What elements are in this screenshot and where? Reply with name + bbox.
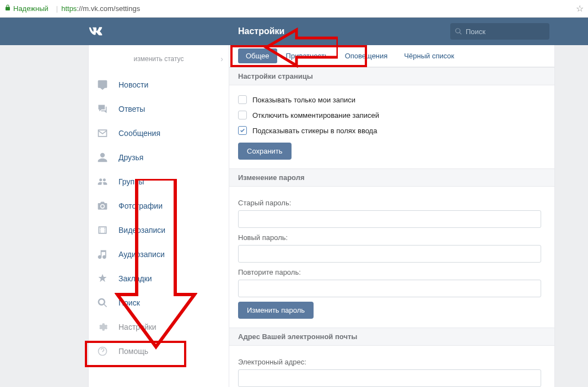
checkbox-label: Показывать только мои записи xyxy=(252,96,355,104)
section-email-body: Электронный адрес: Сохранить адрес xyxy=(229,346,554,387)
sidebar-item-label: Друзья xyxy=(118,153,143,162)
sidebar-item-label: Новости xyxy=(118,80,148,89)
sidebar-item-label: Поиск xyxy=(118,298,140,307)
old-password-label: Старый пароль: xyxy=(238,199,546,207)
left-spacer xyxy=(0,45,88,387)
header-search[interactable]: Поиск xyxy=(450,23,549,40)
tab-label: Приватность xyxy=(286,52,328,60)
vk-logo-icon[interactable] xyxy=(88,26,105,37)
content-area: изменить статус › Новости Ответы Сообщен… xyxy=(0,45,588,387)
save-page-button[interactable]: Сохранить xyxy=(238,143,292,160)
sidebar-item-help[interactable]: Помощь xyxy=(89,339,229,363)
chevron-right-icon: › xyxy=(220,54,223,63)
sidebar-item-news[interactable]: Новости xyxy=(89,73,229,97)
checkbox-row-disable-comments[interactable]: Отключить комментирование записей xyxy=(238,107,546,123)
checkbox-row-stickers[interactable]: Подсказывать стикеры в полях ввода xyxy=(238,123,546,138)
sidebar-item-bookmarks[interactable]: Закладки xyxy=(89,266,229,291)
sidebar-item-groups[interactable]: Группы xyxy=(89,170,229,194)
sidebar-item-label: Помощь xyxy=(118,347,148,356)
sidebar-item-friends[interactable]: Друзья xyxy=(89,145,229,170)
groups-icon xyxy=(96,176,109,188)
tab-blacklist[interactable]: Чёрный список xyxy=(396,48,462,63)
messages-icon xyxy=(96,127,109,139)
photos-icon xyxy=(96,200,109,212)
section-page-body: Показывать только мои записи Отключить к… xyxy=(229,85,554,168)
tab-label: Общее xyxy=(246,52,269,60)
checkbox-icon[interactable] xyxy=(238,126,247,135)
sidebar-item-label: Группы xyxy=(118,177,144,186)
checkbox-label: Подсказывать стикеры в полях ввода xyxy=(252,127,377,135)
repeat-password-input[interactable] xyxy=(238,280,541,297)
new-password-label: Новый пароль: xyxy=(238,233,546,242)
videos-icon xyxy=(96,224,109,236)
browser-bar: Надежный | https://m.vk.com/settings ☆ xyxy=(0,0,588,18)
lock-icon xyxy=(4,4,11,13)
right-spacer xyxy=(555,45,588,387)
new-password-input[interactable] xyxy=(238,245,541,263)
url-bar[interactable]: https://m.vk.com/settings xyxy=(61,4,140,13)
section-email-header: Адрес Вашей электронной почты xyxy=(229,328,554,346)
tab-general[interactable]: Общее xyxy=(238,48,277,63)
url-rest: ://m.vk.com/settings xyxy=(77,4,140,13)
checkbox-label: Отключить комментирование записей xyxy=(252,111,379,119)
sidebar-item-label: Фотографии xyxy=(118,201,163,210)
sidebar-item-label: Настройки xyxy=(118,323,157,331)
vk-header: Настройки Поиск xyxy=(0,18,588,45)
checkbox-icon[interactable] xyxy=(238,111,247,119)
section-password-body: Старый пароль: Новый пароль: Повторите п… xyxy=(229,187,554,328)
email-input[interactable] xyxy=(238,369,541,387)
section-page-header: Настройки страницы xyxy=(229,67,554,85)
secure-label: Надежный xyxy=(13,4,48,13)
change-password-button[interactable]: Изменить пароль xyxy=(238,302,314,319)
sidebar: изменить статус › Новости Ответы Сообщен… xyxy=(88,45,229,387)
audio-icon xyxy=(96,248,109,260)
page-title: Настройки xyxy=(238,26,284,36)
search-nav-icon xyxy=(96,297,109,309)
sidebar-item-search[interactable]: Поиск xyxy=(89,291,229,315)
sidebar-item-messages[interactable]: Сообщения xyxy=(89,121,229,145)
sidebar-item-label: Сообщения xyxy=(118,129,160,138)
replies-icon xyxy=(96,103,109,115)
sidebar-item-label: Закладки xyxy=(118,274,152,283)
old-password-input[interactable] xyxy=(238,210,541,228)
help-icon xyxy=(96,345,109,357)
tab-notifications[interactable]: Оповещения xyxy=(337,48,396,63)
status-label: изменить статус xyxy=(134,55,184,63)
sidebar-item-photos[interactable]: Фотографии xyxy=(89,194,229,218)
star-icon[interactable]: ☆ xyxy=(576,3,584,14)
main-column: Общее Приватность Оповещения Чёрный спис… xyxy=(229,45,555,387)
repeat-password-label: Повторите пароль: xyxy=(238,268,546,276)
sidebar-item-settings[interactable]: Настройки xyxy=(89,315,229,339)
tab-label: Оповещения xyxy=(345,52,388,60)
settings-tabs: Общее Приватность Оповещения Чёрный спис… xyxy=(229,45,554,67)
news-icon xyxy=(96,79,109,91)
bookmarks-icon xyxy=(96,272,109,285)
checkbox-row-own-posts[interactable]: Показывать только мои записи xyxy=(238,92,546,107)
sidebar-item-label: Аудиозаписи xyxy=(118,250,165,259)
sidebar-item-label: Видеозаписи xyxy=(118,226,165,235)
sidebar-item-audio[interactable]: Аудиозаписи xyxy=(89,242,229,266)
secure-indicator: Надежный xyxy=(4,4,48,13)
friends-icon xyxy=(96,151,109,163)
sidebar-item-replies[interactable]: Ответы xyxy=(89,97,229,121)
status-row[interactable]: изменить статус › xyxy=(89,45,229,73)
checkbox-icon[interactable] xyxy=(238,95,247,104)
tab-label: Чёрный список xyxy=(404,52,454,60)
search-icon xyxy=(455,28,462,35)
email-label: Электронный адрес: xyxy=(238,358,546,366)
gear-icon xyxy=(96,321,109,333)
section-password-header: Изменение пароля xyxy=(229,168,554,187)
tab-privacy[interactable]: Приватность xyxy=(278,48,336,63)
sidebar-item-videos[interactable]: Видеозаписи xyxy=(89,218,229,242)
search-placeholder: Поиск xyxy=(466,28,485,36)
sidebar-item-label: Ответы xyxy=(118,105,145,113)
url-prefix: https xyxy=(61,4,77,13)
